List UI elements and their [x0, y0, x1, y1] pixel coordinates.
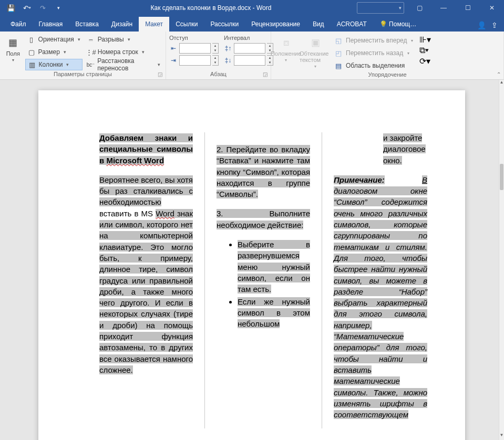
indent-right-input[interactable]: ⇥▲▼ [169, 55, 219, 66]
indent-right-icon: ⇥ [169, 57, 178, 64]
tab-mailings[interactable]: Рассылки [204, 17, 245, 32]
columns-icon: ▥ [28, 60, 36, 69]
col2-li1[interactable]: Выберите в развернувшемся меню нужный си… [238, 240, 310, 294]
indent-right-stepper[interactable]: ▲▼ [212, 55, 219, 66]
text-column-2: 2. Перейдите во вкладку “Вставка” и нажм… [217, 132, 310, 428]
tab-help-label: Помощ… [389, 20, 416, 28]
line-numbers-button[interactable]: ⋮#Номера строк▾ [85, 46, 162, 58]
col3-note-label[interactable]: Примечание: [334, 175, 385, 184]
rotate-icon: ⟳ [419, 57, 426, 66]
indent-left-field[interactable] [179, 43, 211, 54]
position-button: ⧈ Положение ▾ [274, 34, 297, 71]
qat-customize-icon[interactable]: ▾ [52, 1, 65, 15]
indent-left-icon: ⇤ [169, 45, 178, 52]
col1-p1a[interactable]: Вероятнее всего, вы хотя бы раз сталкива… [99, 175, 193, 207]
tab-insert[interactable]: Вставка [69, 17, 105, 32]
orientation-label: Ориентация [38, 36, 74, 43]
selection-pane-button[interactable]: ▤Область выделения [333, 60, 415, 71]
breaks-button[interactable]: ⎓Разрывы▾ [85, 34, 162, 45]
tab-design[interactable]: Дизайн [105, 17, 139, 32]
margins-label: Поля [6, 50, 20, 57]
selection-pane-icon: ▤ [335, 62, 344, 70]
document-area[interactable]: Добавляем знаки и специальные символы в … [0, 80, 499, 440]
margins-button[interactable]: ▦ Поля ▾ [3, 34, 23, 70]
bring-forward-button: ◱Переместить вперед▾ [333, 35, 415, 46]
collapse-ribbon-icon[interactable]: ⌃ [497, 71, 501, 77]
scroll-up-icon[interactable]: ▲ [499, 80, 504, 87]
group-arrange: ⧈ Положение ▾ ▣ Обтекание текстом ▾ ◱Пер… [271, 32, 504, 79]
orientation-icon: ▯ [27, 35, 36, 44]
margins-icon: ▦ [6, 36, 20, 49]
column-separator-2 [322, 132, 322, 428]
save-icon[interactable]: 💾 [4, 1, 18, 15]
tab-acrobat[interactable]: ACROBAT [331, 17, 373, 32]
indent-left-input[interactable]: ⇤▲▼ [169, 43, 219, 54]
sign-in-icon[interactable]: 👤 [477, 21, 486, 29]
scroll-down-icon[interactable]: ▼ [499, 433, 504, 440]
group-objects-button: ⧉▾ [419, 46, 431, 55]
tab-view[interactable]: Вид [306, 17, 331, 32]
send-backward-icon: ◰ [335, 49, 344, 57]
hyphenation-button[interactable]: bc⁻Расстановка переносов▾ [85, 59, 162, 70]
col1-p1c[interactable]: знак или символ, которого нет на компьют… [99, 209, 193, 374]
undo-icon[interactable]: ↶▾ [20, 1, 34, 15]
spacing-before-input[interactable]: ‡↑▲▼ [224, 43, 273, 54]
orientation-button[interactable]: ▯Ориентация▾ [25, 34, 83, 45]
user-account-box[interactable]: ▾ [357, 2, 404, 14]
line-numbers-icon: ⋮# [87, 48, 95, 56]
tab-references[interactable]: Ссылки [169, 17, 204, 32]
spacing-before-field[interactable] [234, 43, 265, 54]
tab-help[interactable]: 💡 Помощ… [373, 17, 423, 32]
col3-note[interactable]: диалоговом окне “Символ” содержится очен… [334, 186, 427, 419]
position-icon: ⧈ [279, 36, 293, 49]
col2-li2[interactable]: Если же нужный символ в этом небольшом [238, 297, 310, 329]
group-paragraph: Отступ ⇤▲▼ ⇥▲▼ Интервал ‡↑▲▼ ‡↓▲▼ Абзац◲ [166, 32, 271, 79]
close-icon[interactable]: ✕ [480, 0, 504, 16]
col1-p1w[interactable]: Word [156, 209, 174, 218]
hyphenation-label: Расстановка переносов [97, 57, 154, 72]
wrap-text-button: ▣ Обтекание текстом ▾ [300, 34, 331, 71]
text-column-3: и закройте диалоговое окно. Примечание: … [334, 132, 427, 428]
spacing-after-field[interactable] [234, 55, 265, 66]
send-backward-button: ◰Переместить назад▾ [333, 47, 415, 59]
wrap-text-label: Обтекание текстом [300, 50, 331, 63]
send-backward-label: Переместить назад [346, 49, 403, 57]
col1-title-b[interactable]: Microsoft Word [106, 156, 164, 165]
vertical-scrollbar[interactable]: ▲ ▼ [499, 80, 504, 440]
col3-note-u[interactable]: В [422, 175, 427, 184]
indent-left-stepper[interactable]: ▲▼ [212, 43, 219, 54]
position-label: Положение [271, 50, 301, 57]
tab-file[interactable]: Файл [4, 17, 33, 32]
col3-top[interactable]: и закройте диалоговое окно. [383, 133, 426, 165]
redo-icon[interactable]: ↷ [36, 1, 49, 15]
size-button[interactable]: ▢Размер▾ [25, 46, 83, 58]
spacing-after-icon: ‡↓ [224, 57, 232, 64]
align-icon: ⊪ [419, 35, 427, 44]
rotate-button: ⟳▾ [419, 56, 431, 66]
indent-right-field[interactable] [179, 55, 211, 66]
spacing-before-icon: ‡↑ [224, 45, 232, 52]
text-column-1: Добавляем знаки и специальные символы в … [99, 132, 193, 428]
share-icon[interactable]: ⇪ [491, 21, 498, 29]
col1-p1b[interactable]: вставить в MS [99, 209, 156, 218]
ribbon-display-icon[interactable]: ▢ [407, 0, 431, 16]
tab-layout[interactable]: Макет [139, 17, 169, 32]
minimize-icon[interactable]: — [431, 0, 456, 16]
columns-button[interactable]: ▥Колонки▾ [25, 59, 83, 70]
ribbon-tabs: Файл Главная Вставка Дизайн Макет Ссылки… [0, 16, 504, 32]
scroll-thumb[interactable] [500, 164, 503, 190]
group-paragraph-label: Абзац [210, 71, 227, 77]
maximize-icon[interactable]: ☐ [456, 0, 480, 16]
page-setup-dialog-icon[interactable]: ◲ [158, 71, 162, 77]
paragraph-dialog-icon[interactable]: ◲ [263, 71, 268, 77]
bring-forward-icon: ◱ [335, 37, 344, 45]
tab-home[interactable]: Главная [33, 17, 69, 32]
col2-p2[interactable]: 3. Выполните необходимое действие: [217, 209, 310, 229]
spacing-after-input[interactable]: ‡↓▲▼ [224, 55, 273, 66]
hyphenation-icon: bc⁻ [87, 60, 95, 69]
align-button: ⊪▾ [419, 35, 431, 45]
wrap-text-icon: ▣ [308, 36, 323, 49]
tab-review[interactable]: Рецензирование [245, 17, 306, 32]
col2-p1[interactable]: 2. Перейдите во вкладку “Вставка” и нажм… [217, 145, 310, 198]
line-numbers-label: Номера строк [98, 48, 138, 56]
